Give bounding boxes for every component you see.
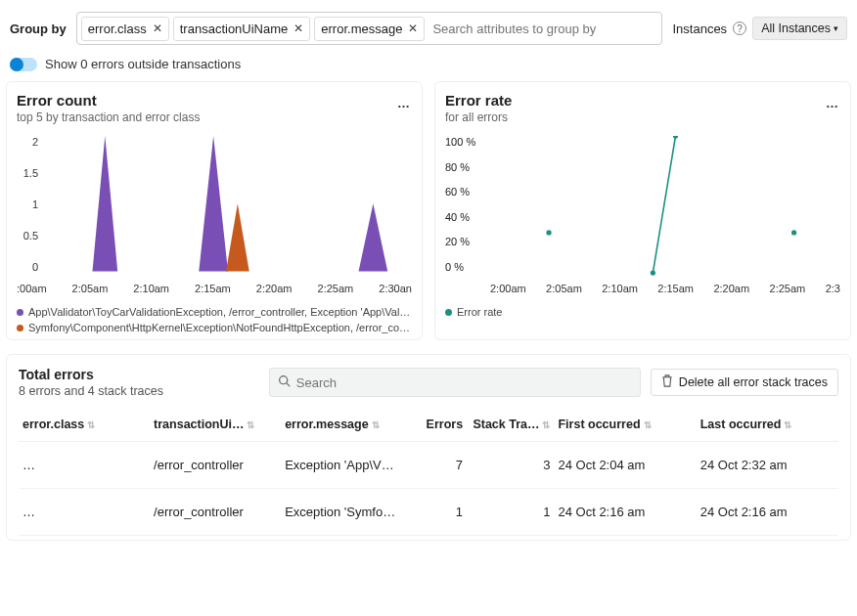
filter-bar: Group by error.class ✕ transactionUiName… [0,0,857,55]
y-tick: 0 [17,261,38,273]
cell-error-class: … [19,489,150,536]
svg-line-10 [287,383,290,386]
svg-point-6 [651,270,655,275]
card-title: Error rate [445,92,840,109]
error-count-chart[interactable]: 2 1.5 1 0.5 0 :00am 2:05am 2:10am 2:15am… [17,136,412,302]
col-label: Last occurred [700,418,782,431]
x-tick: 2:25am [770,283,806,302]
sort-icon: ⇅ [542,419,550,430]
cell-stack-traces: 3 [467,442,554,489]
table-search-input[interactable] [296,375,632,390]
col-error-message[interactable]: error.message⇅ [281,408,401,442]
x-tick: 2:25am [318,283,354,302]
groupby-input[interactable]: error.class ✕ transactionUiName ✕ error.… [76,12,663,45]
x-tick: 2:10am [133,283,169,302]
y-tick: 0 % [445,261,484,273]
col-label: transactionUi… [154,418,244,431]
table-toolbar: Total errors 8 errors and 4 stack traces… [19,367,838,398]
svg-point-5 [546,230,551,235]
x-tick: 2:10am [602,283,638,302]
card-title: Error count [17,92,412,109]
close-icon[interactable]: ✕ [153,22,162,35]
col-errors[interactable]: Errors [401,408,467,442]
errors-table-card: Total errors 8 errors and 4 stack traces… [6,354,851,541]
x-axis: 2:00am 2:05am 2:10am 2:15am 2:20am 2:25a… [490,283,840,302]
y-axis: 2 1.5 1 0.5 0 [17,136,38,273]
groupby-chip[interactable]: error.message ✕ [314,17,425,41]
toggle-knob [10,58,23,71]
cell-error-class: … [19,442,150,489]
col-label: error.message [285,418,368,431]
chip-label: transactionUiName [180,22,289,36]
legend-item[interactable]: App\Validator\ToyCarValidationException,… [17,306,412,318]
sort-icon: ⇅ [247,419,254,430]
error-count-card: Error count top 5 by transaction and err… [6,81,423,340]
x-tick: 2:20am [256,283,293,302]
error-rate-card: Error rate for all errors … 100 % 80 % 6… [434,81,851,340]
x-tick: 2:05am [72,283,109,302]
card-menu-button[interactable]: … [397,96,412,110]
x-tick: :00am [17,283,47,302]
table-row[interactable]: … /error_controller Exception 'App\V… 7 … [19,442,838,489]
legend-label: Symfony\Component\HttpKernel\Exception\N… [28,322,410,333]
col-transaction[interactable]: transactionUi…⇅ [150,408,281,442]
legend-item[interactable]: Error rate [445,306,840,318]
col-first-occurred[interactable]: First occurred⇅ [554,408,696,442]
close-icon[interactable]: ✕ [408,22,418,35]
groupby-chip[interactable]: transactionUiName ✕ [173,17,311,41]
y-tick: 40 % [445,211,484,223]
card-menu-button[interactable]: … [826,96,840,110]
instances-selector: Instances ? All Instances ▾ [672,17,847,40]
cell-errors: 7 [401,442,467,489]
y-tick: 100 % [445,136,484,148]
legend-dot-icon [17,325,23,331]
chip-label: error.class [88,22,147,36]
table-row[interactable]: … /error_controller Exception 'Symfo… 1 … [19,489,838,536]
delete-stack-traces-button[interactable]: Delete all error stack traces [651,369,838,396]
outside-errors-toggle[interactable] [10,58,37,71]
card-subtitle: for all errors [445,110,840,124]
instances-dropdown[interactable]: All Instances ▾ [752,17,847,40]
y-tick: 80 % [445,161,484,173]
dropdown-label: All Instances [761,22,831,35]
close-icon[interactable]: ✕ [293,22,303,35]
cell-stack-traces: 1 [467,489,554,536]
cell-errors: 1 [401,489,467,536]
totals: Total errors 8 errors and 4 stack traces [19,367,163,398]
outside-errors-toggle-row: Show 0 errors outside transactions [0,55,857,79]
chip-label: error.message [321,22,402,36]
card-subtitle: top 5 by transaction and error class [17,110,412,124]
trash-icon [661,374,673,390]
col-label: error.class [23,418,84,431]
col-error-class[interactable]: error.class⇅ [19,408,150,442]
col-stack-traces[interactable]: Stack Tra…⇅ [467,408,554,442]
groupby-search-input[interactable] [428,22,657,36]
legend-dot-icon [445,309,452,316]
legend-dot-icon [17,309,23,316]
sort-icon: ⇅ [372,419,380,430]
y-tick: 20 % [445,236,484,247]
errors-table: error.class⇅ transactionUi…⇅ error.messa… [19,408,838,536]
groupby-chip[interactable]: error.class ✕ [81,17,169,41]
instances-label: Instances [672,22,727,36]
svg-point-7 [673,136,678,139]
totals-title: Total errors [19,367,163,382]
help-icon[interactable]: ? [733,22,746,35]
toggle-label: Show 0 errors outside transactions [45,57,241,71]
sort-icon: ⇅ [784,419,791,430]
chevron-down-icon: ▾ [834,23,838,33]
search-icon [278,374,291,390]
legend-item[interactable]: Symfony\Component\HttpKernel\Exception\N… [17,322,412,333]
x-axis: :00am 2:05am 2:10am 2:15am 2:20am 2:25am… [17,283,412,302]
svg-marker-0 [92,136,117,272]
x-tick: 2:20am [713,283,749,302]
col-label: First occurred [558,418,640,431]
col-last-occurred[interactable]: Last occurred⇅ [697,408,838,442]
svg-point-9 [279,376,287,384]
sort-icon: ⇅ [87,419,95,430]
y-tick: 1 [17,198,38,210]
table-search[interactable] [269,368,641,397]
cell-last: 24 Oct 2:16 am [697,489,838,536]
error-rate-chart[interactable]: 100 % 80 % 60 % 40 % 20 % 0 % 2:00am 2:0… [445,136,840,302]
x-tick: 2:30an [379,283,412,302]
